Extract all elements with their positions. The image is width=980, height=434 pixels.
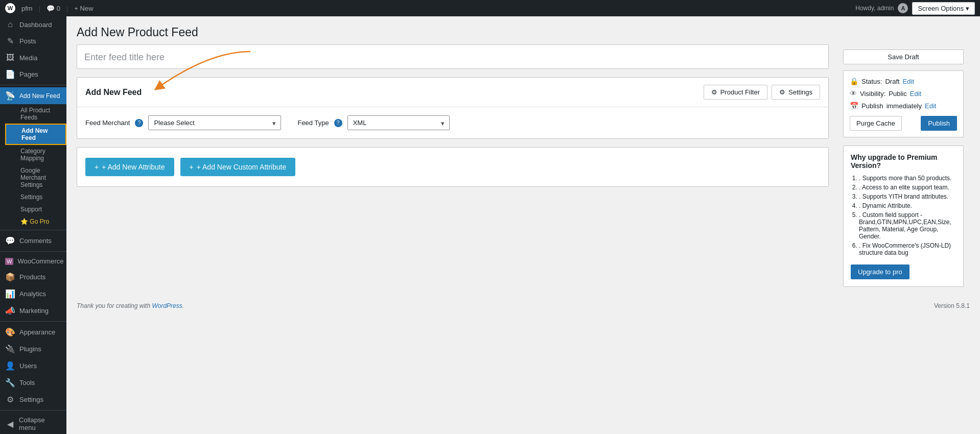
status-edit-link[interactable]: Edit [903, 78, 914, 85]
sidebar-item-plugins[interactable]: 🔌 Plugins [0, 341, 66, 357]
screen-options-chevron: ▾ [966, 5, 969, 12]
settings-button[interactable]: ⚙ Settings [772, 85, 820, 100]
sidebar-divider-4 [0, 321, 66, 322]
topbar-new[interactable]: + New [74, 5, 93, 12]
upgrade-item-1: Supports more than 50 products. [859, 175, 956, 182]
status-value: Draft [885, 78, 899, 85]
footer: Thank you for creating with WordPress. V… [66, 297, 980, 315]
howdy-text: Howdy, admin [855, 5, 894, 12]
content-area: Add New Product Feed [66, 16, 980, 434]
card-actions: ⚙ Product Filter ⚙ Settings [704, 85, 820, 100]
publish-actions: Purge Cache Publish [850, 116, 957, 131]
sidebar-item-appearance[interactable]: 🎨 Appearance [0, 324, 66, 341]
pages-icon: 📄 [5, 69, 15, 79]
settings-label: Settings [788, 88, 812, 96]
add-new-feed-section: Add New Feed ⚙ Product Filter ⚙ [77, 77, 829, 139]
sidebar-item-product-feed[interactable]: 📡 Add New Feed [0, 87, 66, 104]
screen-options-button[interactable]: Screen Options ▾ [912, 2, 975, 15]
sidebar-item-settings[interactable]: ⚙ Settings [0, 391, 66, 408]
topbar-site-name[interactable]: pfm [21, 5, 33, 12]
dashboard-icon: ⌂ [5, 20, 15, 29]
footer-text: Thank you for creating with WordPress. [77, 302, 184, 309]
sidebar-item-dashboard[interactable]: ⌂ Dashboard [0, 16, 66, 33]
feed-type-help-icon[interactable]: ? [334, 119, 342, 127]
upgrade-title: Why upgrade to Premium Version? [851, 153, 956, 170]
sidebar-item-media[interactable]: 🖼 Media [0, 50, 66, 66]
feed-type-select[interactable]: XML CSV TSV XLS [347, 115, 450, 130]
add-custom-attribute-label: + Add New Custom Attribute [197, 163, 286, 171]
add-custom-attribute-button[interactable]: + + Add New Custom Attribute [180, 158, 296, 176]
sidebar-label-settings: Settings [19, 396, 43, 403]
sidebar-sub-google-merchant[interactable]: Google Merchant Settings [5, 164, 66, 191]
visibility-icon: 👁 [850, 89, 857, 98]
sidebar-item-products[interactable]: 📦 Products [0, 269, 66, 285]
sidebar-item-comments[interactable]: 💬 Comments [0, 232, 66, 249]
media-icon: 🖼 [5, 53, 15, 62]
footer-thank: Thank you for creating with [77, 302, 150, 309]
feed-title-input[interactable] [77, 44, 829, 69]
visibility-value: Public [889, 90, 906, 98]
visibility-row: 👁 Visibility: Public Edit [850, 89, 957, 98]
tools-icon: 🔧 [5, 378, 15, 388]
attributes-area: + + Add New Attribute + + Add New Custom… [77, 148, 828, 186]
sidebar-sub-all-feeds[interactable]: All Product Feeds [5, 104, 66, 124]
product-filter-label: Product Filter [720, 88, 760, 96]
feed-type-label: Feed Type [297, 119, 329, 127]
feed-merchant-help-icon[interactable]: ? [135, 119, 143, 127]
publish-button[interactable]: Publish [921, 116, 957, 131]
sidebar-item-tools[interactable]: 🔧 Tools [0, 374, 66, 391]
comments-icon: 💬 [5, 236, 15, 246]
publish-box: 🔒 Status: Draft Edit 👁 Visibility: Publi… [843, 70, 964, 137]
wp-logo[interactable]: W [5, 3, 15, 13]
sidebar-sub-settings[interactable]: Settings [5, 191, 66, 203]
add-attribute-label: + Add New Attribute [102, 163, 165, 171]
sidebar-label-tools: Tools [19, 379, 35, 387]
topbar-comments[interactable]: 💬 0 [46, 5, 60, 12]
top-bar: W pfm | 💬 0 | + New Howdy, admin A Scree… [0, 0, 980, 16]
status-icon: 🔒 [850, 77, 858, 85]
sidebar-label-products: Products [19, 273, 45, 281]
sidebar-item-users[interactable]: 👤 Users [0, 357, 66, 374]
sidebar-divider-2 [0, 230, 66, 230]
status-row: 🔒 Status: Draft Edit [850, 77, 957, 85]
sidebar-sub-go-pro[interactable]: ⭐ Go Pro [5, 215, 66, 228]
upgrade-item-5: Custom field support - Brand,GTIN,MPN,UP… [859, 211, 956, 240]
right-sidebar-panel: Save Draft 🔒 Status: Draft Edit 👁 [837, 44, 970, 292]
add-new-feed-title: Add New Feed [85, 88, 697, 97]
sidebar-label-marketing: Marketing [19, 307, 49, 315]
feed-merchant-select-wrapper: Please Select [148, 115, 281, 130]
sidebar-item-marketing[interactable]: 📣 Marketing [0, 302, 66, 319]
footer-version: Version 5.8.1 [934, 302, 970, 309]
content-header: Add New Product Feed [66, 16, 980, 39]
visibility-edit-link[interactable]: Edit [910, 90, 921, 98]
product-filter-button[interactable]: ⚙ Product Filter [704, 85, 767, 100]
upgrade-item-2: Access to an elite support team. [859, 184, 956, 191]
save-draft-button[interactable]: Save Draft [843, 50, 964, 64]
publish-edit-link[interactable]: Edit [925, 102, 936, 110]
add-new-feed-card: Add New Feed ⚙ Product Filter ⚙ [77, 77, 829, 139]
sidebar-collapse[interactable]: ◀ Collapse menu [0, 413, 66, 434]
sidebar-sub-add-new-feed[interactable]: Add New Feed [5, 124, 66, 145]
footer-wp-link[interactable]: WordPress [152, 302, 182, 309]
add-attribute-button[interactable]: + + Add New Attribute [85, 158, 174, 176]
sidebar-label-dashboard: Dashboard [19, 21, 52, 29]
admin-avatar[interactable]: A [898, 3, 908, 13]
feed-merchant-select[interactable]: Please Select [148, 115, 281, 130]
upgrade-to-pro-button[interactable]: Upgrade to pro [851, 264, 909, 279]
sidebar: ⌂ Dashboard ✎ Posts 🖼 Media 📄 Pages 📡 Ad… [0, 16, 66, 434]
sidebar-item-woocommerce[interactable]: W WooCommerce [0, 254, 66, 269]
publish-when: immediately [886, 102, 922, 110]
top-bar-right: Howdy, admin A Screen Options ▾ [855, 2, 975, 15]
purge-cache-button[interactable]: Purge Cache [850, 116, 902, 131]
sidebar-sub-support[interactable]: Support [5, 203, 66, 215]
sidebar-item-analytics[interactable]: 📊 Analytics [0, 285, 66, 302]
upgrade-item-6: Fix WooCommerce's (JSON-LD) structure da… [859, 242, 956, 256]
sidebar-item-posts[interactable]: ✎ Posts [0, 33, 66, 50]
sidebar-item-pages[interactable]: 📄 Pages [0, 66, 66, 83]
sidebar-label-users: Users [19, 362, 37, 370]
sidebar-sub-category-mapping[interactable]: Category Mapping [5, 145, 66, 164]
upgrade-list: Supports more than 50 products. Access t… [851, 175, 956, 256]
app-container: W pfm | 💬 0 | + New Howdy, admin A Scree… [0, 0, 980, 434]
sidebar-collapse-label: Collapse menu [19, 416, 61, 431]
settings-gear-icon: ⚙ [779, 88, 785, 96]
